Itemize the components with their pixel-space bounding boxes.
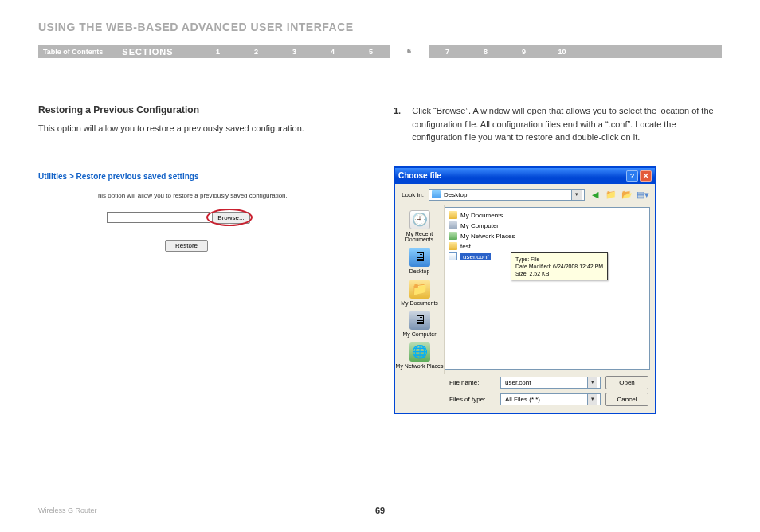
file-path-input[interactable] <box>107 212 210 223</box>
filename-input[interactable]: user.conf ▾ <box>500 377 601 389</box>
browse-button[interactable]: Browse... <box>212 212 249 224</box>
lookin-value: Desktop <box>444 191 467 198</box>
sidebar-desktop[interactable]: 🖥 Desktop <box>395 246 444 276</box>
sidebar-mynet[interactable]: 🌐 My Network Places <box>395 341 444 371</box>
lookin-label: Look in: <box>402 191 424 198</box>
help-button[interactable]: ? <box>626 170 638 182</box>
file-listing[interactable]: My Documents My Computer My Network Plac… <box>445 207 650 370</box>
section-link-1[interactable]: 1 <box>199 48 237 56</box>
close-button[interactable]: ✕ <box>640 170 652 182</box>
chevron-down-icon: ▾ <box>571 190 582 200</box>
dialog-sidebar: 🕘 My Recent Documents 🖥 Desktop 📁 My Doc… <box>395 205 445 374</box>
chevron-down-icon: ▾ <box>587 377 597 388</box>
section-link-6[interactable]: 6 <box>390 45 429 58</box>
file-icon <box>449 252 457 260</box>
section-nav-bar: Table of Contents SECTIONS 1 2 3 4 5 6 7… <box>38 45 722 58</box>
step-text: Click “Browse”. A window will open that … <box>412 104 722 144</box>
folder-icon <box>449 211 457 219</box>
list-item[interactable]: My Computer <box>449 221 646 231</box>
network-icon: 🌐 <box>409 342 430 362</box>
subheading: Restoring a Previous Configuration <box>38 104 366 115</box>
section-link-9[interactable]: 9 <box>505 48 543 56</box>
step-number: 1. <box>394 104 401 144</box>
filetype-dropdown[interactable]: All Files (*.*) ▾ <box>500 393 601 405</box>
filetype-label: Files of type: <box>449 396 496 403</box>
section-link-4[interactable]: 4 <box>314 48 352 56</box>
left-column: Restoring a Previous Configuration This … <box>38 104 366 414</box>
network-icon <box>449 232 457 240</box>
documents-icon: 📁 <box>409 280 430 299</box>
desktop-icon: 🖥 <box>409 248 430 267</box>
new-folder-icon[interactable]: 📂 <box>621 189 633 200</box>
section-link-7[interactable]: 7 <box>429 48 467 56</box>
section-link-8[interactable]: 8 <box>467 48 505 56</box>
sections-label: SECTIONS <box>122 47 186 57</box>
lookin-dropdown[interactable]: Desktop ▾ <box>429 189 585 201</box>
section-link-3[interactable]: 3 <box>276 48 314 56</box>
computer-icon <box>449 221 457 229</box>
file-tooltip: Type: File Date Modified: 6/24/2008 12:4… <box>511 252 608 280</box>
folder-icon <box>449 242 457 250</box>
dialog-title: Choose file <box>398 171 441 180</box>
toc-link[interactable]: Table of Contents <box>43 48 103 56</box>
dialog-titlebar: Choose file ? ✕ <box>395 168 655 184</box>
section-link-2[interactable]: 2 <box>237 48 276 56</box>
list-item[interactable]: My Network Places <box>449 231 646 241</box>
open-button[interactable]: Open <box>605 376 648 389</box>
sidebar-mycomp[interactable]: 🖥 My Computer <box>395 309 444 339</box>
right-column: 1. Click “Browse”. A window will open th… <box>394 104 722 414</box>
file-dialog: Choose file ? ✕ Look in: Desktop ▾ ◀ 📁 📂… <box>394 166 656 414</box>
chevron-down-icon: ▾ <box>587 394 597 405</box>
list-item[interactable]: test <box>449 241 646 252</box>
product-name: Wireless G Router <box>38 507 97 514</box>
sidebar-recent[interactable]: 🕘 My Recent Documents <box>395 209 444 244</box>
computer-icon: 🖥 <box>409 311 430 330</box>
list-item[interactable]: My Documents <box>449 210 646 221</box>
sidebar-mydocs[interactable]: 📁 My Documents <box>395 278 444 308</box>
up-folder-icon[interactable]: 📁 <box>605 189 617 200</box>
filename-label: File name: <box>449 379 496 386</box>
page-title: USING THE WEB-BASED ADVANCED USER INTERF… <box>0 0 760 33</box>
views-icon[interactable]: ▤▾ <box>637 189 648 200</box>
recent-icon: 🕘 <box>409 210 430 229</box>
page-footer: Wireless G Router 69 <box>38 507 722 514</box>
page-number: 69 <box>375 506 385 515</box>
section-link-5[interactable]: 5 <box>352 48 390 56</box>
breadcrumb: Utilities > Restore previous saved setti… <box>38 172 366 181</box>
desktop-icon <box>432 190 441 198</box>
restore-button[interactable]: Restore <box>165 240 208 252</box>
intro-text: This option will allow you to restore a … <box>38 122 366 135</box>
section-link-10[interactable]: 10 <box>543 48 582 56</box>
back-icon[interactable]: ◀ <box>590 189 601 200</box>
utilities-description: This option will allow you to restore a … <box>94 192 366 199</box>
cancel-button[interactable]: Cancel <box>605 393 648 406</box>
